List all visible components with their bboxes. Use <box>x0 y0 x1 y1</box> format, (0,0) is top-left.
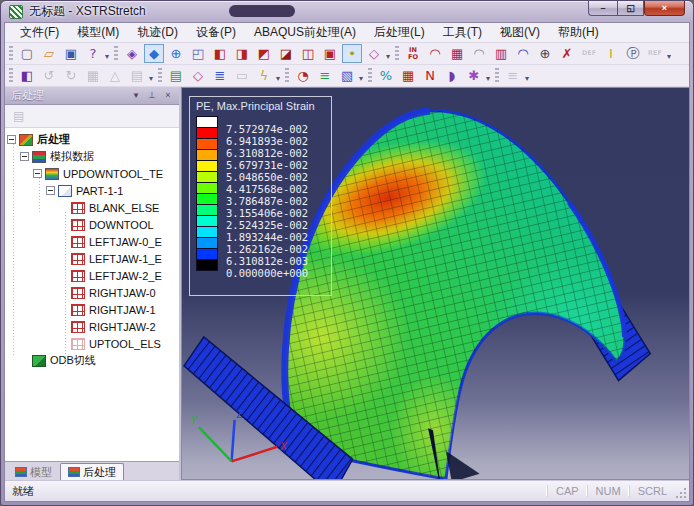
move-tool-button[interactable]: ⊕ <box>535 44 555 63</box>
tree-item-rightjaw-2-elset[interactable]: RIGHTJAW-2 <box>5 318 179 335</box>
toolbar-grip[interactable] <box>285 68 289 84</box>
menu-abaqus-preprocess[interactable]: ABAQUS前处理(A) <box>245 22 365 43</box>
tree-item-rightjaw-1-elset[interactable]: RIGHTJAW-1 <box>5 301 179 318</box>
menu-tools[interactable]: 工具(T) <box>434 22 491 43</box>
toolbar-overflow-icon[interactable]: ▾ <box>386 52 390 61</box>
result-table-button[interactable]: ▤ <box>166 66 186 85</box>
node-trace-button[interactable]: ◇ <box>188 66 208 85</box>
toolbar-grip[interactable] <box>9 46 13 62</box>
open-folder-button[interactable]: ▱ <box>39 44 59 63</box>
wireframe-view-button[interactable]: ◈ <box>122 44 142 63</box>
die-front-view-button[interactable]: ◨ <box>232 44 252 63</box>
tree-item-leftjaw-1-elset[interactable]: LEFTJAW-1_E <box>5 250 179 267</box>
tree-expander-icon[interactable] <box>20 152 29 161</box>
ray-display-button[interactable]: ✱ <box>464 66 484 85</box>
toolbar-grip[interactable] <box>114 46 118 62</box>
upper-arc-tool-button[interactable]: ◠ <box>469 44 489 63</box>
menu-model[interactable]: 模型(M) <box>68 22 128 43</box>
section-display-button[interactable]: Ⅰ <box>601 44 621 63</box>
toolbar-overflow-icon[interactable]: ▾ <box>525 74 529 83</box>
quick-calc-button[interactable]: ϟ <box>254 66 274 85</box>
toolbar-grip[interactable] <box>158 68 162 84</box>
toolbar-grip[interactable] <box>495 68 499 84</box>
strain-display-button[interactable]: % <box>376 66 396 85</box>
punch-tool-button[interactable]: ◠ <box>425 44 445 63</box>
curve-plot-button[interactable]: N <box>420 66 440 85</box>
menu-file[interactable]: 文件(F) <box>11 22 68 43</box>
tree-item-leftjaw-2-elset[interactable]: LEFTJAW-2_E <box>5 267 179 284</box>
menu-help[interactable]: 帮助(H) <box>549 22 608 43</box>
legend-settings-button[interactable]: ▧ <box>337 66 357 85</box>
param-display-button[interactable]: Ⓟ <box>623 44 643 63</box>
maximize-button[interactable]: ◱ <box>617 1 644 16</box>
tree-item-updowntool[interactable]: UPDOWNTOOL_TE <box>5 165 179 182</box>
res-icon <box>45 168 59 180</box>
show-points-button[interactable]: • <box>342 44 362 63</box>
tree-item-label: 模拟数据 <box>50 149 94 164</box>
die-top-view-button[interactable]: ◧ <box>210 44 230 63</box>
viewport-3d[interactable]: Z Y X PE, Max.Principal Strain 7.572974e… <box>181 87 689 480</box>
postprocess-tree: 后处理模拟数据UPDOWNTOOL_TEPART-1-1BLANK_ELSEDO… <box>5 128 179 461</box>
tree-item-downtool-elset[interactable]: DOWNTOOL <box>5 216 179 233</box>
help-button[interactable]: ? <box>83 44 103 63</box>
menu-view[interactable]: 视图(V) <box>491 22 549 43</box>
save-button[interactable]: ▣ <box>61 44 81 63</box>
tree-item-part-1-1[interactable]: PART-1-1 <box>5 182 179 199</box>
minimize-button[interactable]: – <box>588 1 617 16</box>
tree-expander-icon[interactable] <box>33 169 42 178</box>
toolbar-grip[interactable] <box>395 46 399 62</box>
resize-grip[interactable] <box>676 488 687 499</box>
fit-view-button[interactable]: ⊕ <box>166 44 186 63</box>
app-window: 无标题 - XSTRStretch – ◱ × 文件(F)模型(M)轨迹(D)设… <box>0 0 694 506</box>
toolbar-grip[interactable] <box>9 68 13 84</box>
transform-tool-button[interactable]: ◇ <box>364 44 384 63</box>
tree-item-postprocess-root[interactable]: 后处理 <box>5 131 179 148</box>
tree-item-sim-data[interactable]: 模拟数据 <box>5 148 179 165</box>
toolbar-overflow-icon[interactable]: ▾ <box>149 74 153 83</box>
die-open-view-button[interactable]: ◫ <box>298 44 318 63</box>
surface-result-button[interactable]: ◗ <box>442 66 462 85</box>
menu-postprocess[interactable]: 后处理(L) <box>365 22 434 43</box>
tree-expander-icon[interactable] <box>46 186 55 195</box>
close-button[interactable]: × <box>644 1 685 16</box>
shaded-view-button[interactable]: ◆ <box>144 44 164 63</box>
panel-menu-button[interactable]: ▾ <box>129 89 143 102</box>
die-right-view-button[interactable]: ◪ <box>276 44 296 63</box>
menu-device[interactable]: 设备(P) <box>187 22 245 43</box>
panel-toolbar: ▤ <box>5 105 179 128</box>
tree-expander-icon[interactable] <box>7 135 16 144</box>
gauge-display-button[interactable]: ◔ <box>293 66 313 85</box>
toolbar-overflow-icon[interactable]: ▾ <box>276 74 280 83</box>
toolbar-overflow-icon[interactable]: ▾ <box>667 52 671 61</box>
die-close-view-button[interactable]: ▣ <box>320 44 340 63</box>
info-display-button[interactable]: IN FO <box>403 44 423 63</box>
mesh-tool-button[interactable]: ▦ <box>447 44 467 63</box>
tree-item-blank-elset[interactable]: BLANK_ELSE <box>5 199 179 216</box>
tab-model[interactable]: 模型 <box>7 463 60 480</box>
jaw-tool-button[interactable]: ▥ <box>491 44 511 63</box>
tree-item-rightjaw-0-elset[interactable]: RIGHTJAW-0 <box>5 284 179 301</box>
tree-item-label: LEFTJAW-1_E <box>89 253 162 265</box>
select-region-button[interactable]: ◧ <box>17 66 37 85</box>
die-left-view-button[interactable]: ◩ <box>254 44 274 63</box>
panel-pin-button[interactable]: ⊥ <box>145 89 159 102</box>
toolbar-overflow-icon[interactable]: ▾ <box>105 52 109 61</box>
lower-arc-tool-button[interactable]: ◠ <box>513 44 533 63</box>
panel-title: 后处理 <box>11 88 127 103</box>
forming-result-button[interactable]: ▦ <box>398 66 418 85</box>
new-file-button[interactable]: ▢ <box>17 44 37 63</box>
rgb-bars-button[interactable]: ≡ <box>315 66 335 85</box>
panel-close-button[interactable]: × <box>161 89 175 102</box>
tree-item-uptool-elset[interactable]: UPTOOL_ELS <box>5 335 179 352</box>
menu-trajectory[interactable]: 轨迹(D) <box>128 22 187 43</box>
cancel-move-button[interactable]: ✗ <box>557 44 577 63</box>
front-shadow <box>446 451 480 479</box>
zoom-window-button[interactable]: ◰ <box>188 44 208 63</box>
tree-item-odb-section[interactable]: ODB切线 <box>5 352 179 369</box>
tab-postprocess[interactable]: 后处理 <box>60 463 124 480</box>
toolbar-grip[interactable] <box>368 68 372 84</box>
tree-item-leftjaw-0-elset[interactable]: LEFTJAW-0_E <box>5 233 179 250</box>
step-list-button[interactable]: ≣ <box>210 66 230 85</box>
toolbar-overflow-icon[interactable]: ▾ <box>359 74 363 83</box>
toolbar-overflow-icon[interactable]: ▾ <box>486 74 490 83</box>
